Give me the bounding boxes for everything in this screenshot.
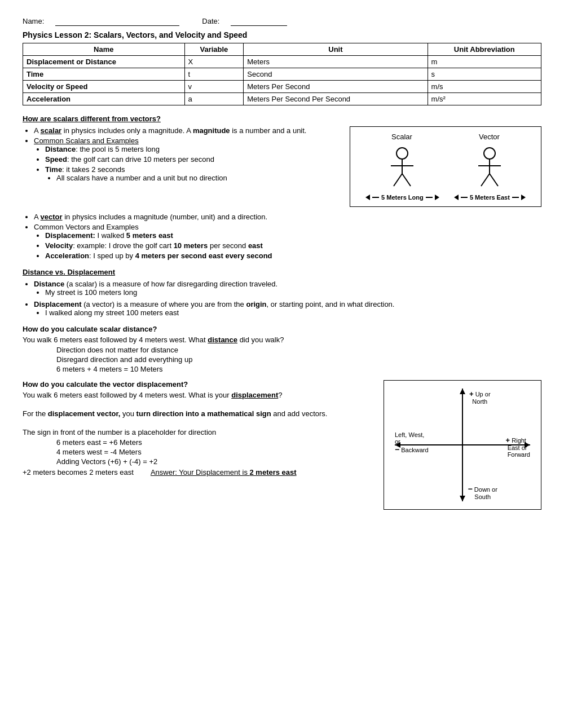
- answer-bold: 2 meters east: [250, 468, 297, 476]
- time-sub: All scalars have a number and a unit but…: [56, 174, 338, 182]
- name-field[interactable]: [55, 17, 179, 26]
- displacement-value: 5 meters east: [126, 231, 173, 240]
- vector-line1: 6 meters east = +6 Meters: [56, 438, 372, 447]
- displacement-vector-label: displacement vector,: [48, 409, 121, 418]
- displacement-bold: displacement: [231, 391, 278, 399]
- vector-arrow-right: [521, 195, 526, 200]
- scalar-label-bar: 5 Meters Long: [365, 194, 439, 201]
- answer-underline: Answer: Your Displacement is 2 meters ea…: [151, 468, 297, 476]
- velocity-dir: east: [248, 241, 263, 250]
- acceleration-value: 4 meters per second east every second: [135, 252, 272, 260]
- table-cell-3-1: a: [184, 93, 244, 105]
- scalar-arrow-right: [435, 195, 439, 200]
- scalar-bullet1: A scalar in physics includes only a magn…: [34, 126, 338, 135]
- vector-line-left: [461, 197, 468, 198]
- scalar-word: scalar: [41, 126, 62, 135]
- date-field[interactable]: [231, 17, 287, 26]
- compass-arrow-down: [460, 496, 465, 501]
- table-cell-1-0: Time: [23, 68, 185, 81]
- distance-bold: distance: [208, 336, 237, 344]
- name-label: Name:: [23, 17, 44, 26]
- distance-displacement-list: Distance (a scalar) is a measure of how …: [34, 280, 541, 317]
- vector-calc-text: How do you calculate the vector displace…: [23, 380, 372, 476]
- table-cell-2-0: Velocity or Speed: [23, 81, 185, 93]
- col-unit-abbr: Unit Abbreviation: [428, 43, 541, 56]
- scalars-text: A scalar in physics includes only a magn…: [23, 126, 338, 186]
- col-name: Name: [23, 43, 185, 56]
- table-cell-1-2: Second: [244, 68, 428, 81]
- table-cell-3-0: Acceleration: [23, 93, 185, 105]
- displacement-item: Displacement (a vector) is a measure of …: [34, 300, 541, 317]
- table-cell-3-3: m/s²: [428, 93, 541, 105]
- scalar-line-right: [426, 197, 433, 198]
- scalar-time: Time: it takes 2 seconds All scalars hav…: [45, 165, 338, 182]
- plus-right: +: [506, 436, 510, 444]
- scalars-heading: How are scalars different from vectors?: [23, 114, 541, 123]
- table-cell-1-1: t: [184, 68, 244, 81]
- sv-box: Scalar Vector: [350, 126, 541, 207]
- page-title: Physics Lesson 2: Scalars, Vectors, and …: [23, 30, 541, 39]
- scalar-vector-diagram: Scalar Vector: [338, 126, 541, 207]
- vec-velocity: Velocity: example: I drove the golf cart…: [45, 241, 541, 250]
- acceleration-label: Acceleration: [45, 252, 89, 260]
- scalar-calc-line2: Disregard direction and add everything u…: [56, 355, 541, 364]
- scalars-list: A scalar in physics includes only a magn…: [34, 126, 338, 182]
- scalar-bullet2: Common Scalars and Examples Distance: th…: [34, 136, 338, 182]
- scalar-stickfigure-svg: [385, 145, 419, 191]
- scalar-arrow-left: [365, 195, 370, 200]
- vector-stickfigure-svg: [473, 145, 506, 191]
- table-cell-2-1: v: [184, 81, 244, 93]
- table-cell-2-2: Meters Per Second: [244, 81, 428, 93]
- distance-sub: My street is 100 meters long: [45, 288, 541, 297]
- compass-up-label: + Up orNorth: [469, 390, 491, 405]
- scalar-calc-line3: 6 meters + 4 meters = 10 Meters: [56, 365, 541, 373]
- physics-table: Name Variable Unit Unit Abbreviation Dis…: [23, 43, 541, 105]
- scalar-calc-intro: You walk 6 meters east followed by 4 met…: [23, 336, 541, 344]
- col-unit: Unit: [244, 43, 428, 56]
- compass-left-label: Left, West,or− Backward: [395, 431, 429, 454]
- distance-item: Distance (a scalar) is a measure of how …: [34, 280, 541, 297]
- velocity-label: Velocity: [45, 241, 73, 250]
- scalar-line-left: [372, 197, 379, 198]
- scalar-figure: 5 Meters Long: [365, 145, 439, 201]
- origin-word: origin: [246, 300, 266, 308]
- table-cell-2-3: m/s: [428, 81, 541, 93]
- name-date-row: Name: Date:: [23, 17, 541, 26]
- date-label: Date:: [202, 17, 219, 26]
- displacement-sub: I walked along my street 100 meters east: [45, 308, 541, 317]
- time-sub-item: All scalars have a number and a unit but…: [56, 174, 338, 182]
- vector-bullet1: A vector in physics includes a magnitude…: [34, 213, 541, 221]
- minus-down: −: [468, 484, 473, 493]
- vector-line3: Adding Vectors (+6) + (-4) = +2: [56, 457, 372, 466]
- vector-word: vector: [41, 213, 63, 221]
- compass-right-label: + Right East or Forward: [506, 436, 530, 458]
- table-cell-0-0: Displacement or Distance: [23, 56, 185, 68]
- svg-line-3: [394, 174, 402, 186]
- displacement-word: Displacement: [34, 300, 82, 308]
- svg-point-0: [396, 148, 408, 159]
- col-variable: Variable: [184, 43, 244, 56]
- displacement-label: Displacement:: [45, 231, 95, 240]
- table-cell-0-1: X: [184, 56, 244, 68]
- svg-line-9: [490, 174, 498, 186]
- table-cell-3-2: Meters Per Second Per Second: [244, 93, 428, 105]
- common-scalars-label: Common Scalars and Examples: [34, 136, 139, 145]
- scalars-examples: Distance: the pool is 5 meters long Spee…: [45, 145, 338, 182]
- vector-line2: 4 meters west = -4 Meters: [56, 448, 372, 456]
- vec-displacement: Displacement: I walked 5 meters east: [45, 231, 541, 240]
- vectors-list: A vector in physics includes a magnitude…: [34, 213, 541, 260]
- vector-arrow-left: [454, 195, 459, 200]
- magnitude-word: magnitude: [193, 126, 230, 135]
- final-answer-row: +2 meters becomes 2 meters east Answer: …: [23, 468, 372, 476]
- time-label: Time: [45, 165, 62, 174]
- plus-up: +: [469, 390, 474, 398]
- compass-inner: + Up orNorth − Down orSouth + Right East…: [395, 389, 530, 501]
- vector-calc-intro: You walk 6 meters east followed by 4 met…: [23, 391, 372, 399]
- scalar-calc-line1: Direction does not matter for distance: [56, 346, 541, 354]
- distance-displacement-heading: Distance vs. Displacement: [23, 268, 541, 276]
- scalar-speed: Speed: the golf cart can drive 10 meters…: [45, 155, 338, 164]
- turn-direction-label: turn direction into a mathematical sign: [136, 409, 271, 418]
- table-cell-1-3: s: [428, 68, 541, 81]
- vector-header: Vector: [479, 133, 500, 141]
- speed-label: Speed: [45, 155, 67, 164]
